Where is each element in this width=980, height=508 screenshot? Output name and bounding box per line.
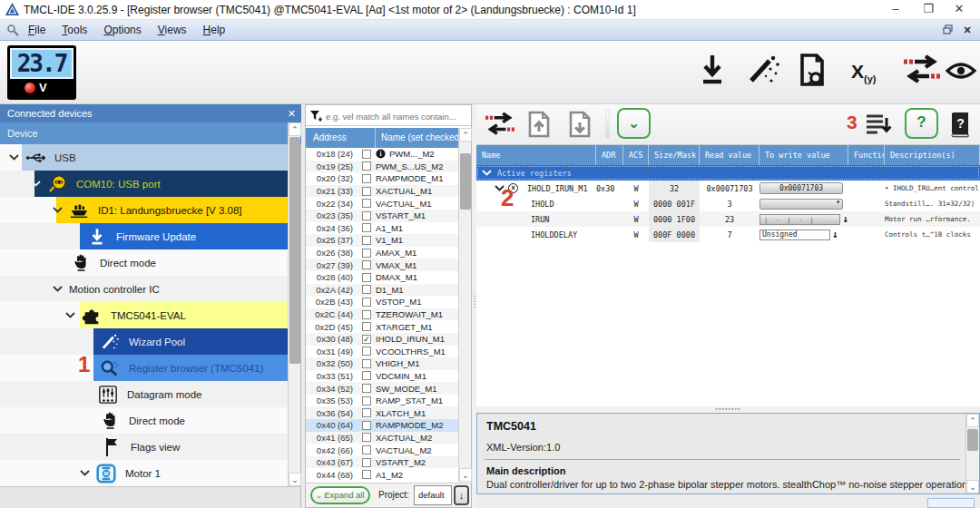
horizontal-splitter[interactable]: ▪▪▪▪▪▪▪▪ [476, 406, 980, 413]
register-checkbox[interactable] [362, 298, 371, 307]
chevron-down-icon[interactable] [31, 181, 42, 188]
register-list-row[interactable]: 0x36 (54)XLATCH_M1 [306, 406, 458, 419]
column-header-acs[interactable]: ACS [623, 145, 649, 165]
chevron-down-icon[interactable] [9, 154, 20, 161]
write-value-slider[interactable]: | · | · | [760, 214, 840, 225]
list-scrollbar[interactable]: ⌃ ⌄ [458, 128, 471, 482]
write-value-dropdown[interactable]: Unsigned [760, 230, 830, 240]
tree-item-com10-usb-port[interactable]: COM10: USB port [0, 171, 289, 197]
export-list-icon[interactable] [865, 112, 892, 136]
register-checkbox[interactable] [362, 421, 371, 430]
file-upload-icon[interactable] [526, 110, 552, 139]
register-checkbox[interactable] [362, 236, 371, 245]
register-list-row[interactable]: 0x2B (43)VSTOP_M1 [306, 296, 458, 308]
menu-item-help[interactable]: Help [203, 20, 226, 40]
register-checkbox[interactable] [362, 433, 371, 442]
tree-item-tmc5041-eval[interactable]: TMC5041-EVAL [0, 302, 289, 328]
scroll-down-icon[interactable]: ⌄ [289, 473, 301, 486]
tree-item-wizard-pool[interactable]: Wizard Pool [0, 328, 289, 355]
column-header-function[interactable]: Function [848, 145, 885, 165]
chevron-down-icon[interactable] [53, 207, 64, 214]
column-header-size-mask[interactable]: Size/Mask [649, 145, 700, 165]
register-list-row[interactable]: 0x33 (51)VDCMIN_M1 [306, 370, 458, 383]
register-checkbox[interactable] [362, 187, 371, 196]
eye-icon[interactable] [946, 61, 980, 101]
column-header-adr[interactable]: ADR [596, 145, 623, 165]
register-checkbox[interactable] [362, 223, 371, 232]
scroll-thumb[interactable] [289, 137, 300, 364]
tree-item-usb[interactable]: USB [0, 144, 289, 171]
register-list-row[interactable]: 0x31 (49)VCOOLTHRS_M1 [306, 346, 458, 358]
register-checkbox[interactable] [362, 396, 371, 405]
name-column-header[interactable]: Name (set checked for [375, 128, 466, 148]
menu-item-views[interactable]: Views [158, 20, 187, 40]
scroll-down-icon[interactable]: ⌄ [459, 468, 472, 482]
project-select[interactable]: default [414, 485, 452, 505]
register-detail-row-ihold[interactable]: IHOLDW0000 001F3Standstill…. 31=32/32) [476, 196, 980, 211]
write-value-button[interactable]: 0x00071703 [760, 182, 843, 194]
chevron-down-icon[interactable] [65, 312, 76, 319]
register-checkbox[interactable] [362, 161, 371, 171]
scroll-up-icon[interactable]: ⌃ [966, 414, 979, 427]
filter-input[interactable] [326, 108, 469, 124]
tree-scrollbar[interactable]: ⌃ ⌄ [288, 122, 300, 486]
column-header-description-s[interactable]: Description(s) [885, 145, 980, 165]
register-list-row[interactable]: 0x2D (45)XTARGET_M1 [306, 320, 458, 333]
register-checkbox[interactable] [362, 174, 371, 183]
register-list-row[interactable]: 0x35 (53)RAMP_STAT_M1 [306, 395, 458, 407]
register-list-row[interactable]: 0x19 (25)PWM_S...US_M2 [306, 161, 458, 173]
tree-item-motion-controller-ic[interactable]: Motion controller IC [0, 276, 289, 302]
chevron-down-icon[interactable] [482, 170, 492, 176]
mdi-restore-button[interactable] [938, 22, 956, 38]
address-column-header[interactable]: Address [313, 128, 347, 148]
document-bug-icon[interactable] [797, 52, 835, 92]
register-list-row[interactable]: 0x26 (38)AMAX_M1 [306, 247, 458, 259]
register-list-row[interactable]: 0x2A (42)D1_M1 [306, 284, 458, 297]
register-checkbox[interactable] [362, 260, 371, 269]
register-checkbox[interactable] [362, 347, 371, 356]
register-checkbox[interactable] [362, 408, 371, 417]
apply-writes-button[interactable]: ⌄ [617, 108, 651, 139]
register-list-row[interactable]: 0x34 (52)SW_MODE_M1 [306, 382, 458, 395]
wand-icon[interactable] [746, 52, 784, 92]
register-list-row[interactable]: 0x24 (36)A1_M1 [306, 222, 458, 235]
chevron-down-icon[interactable] [80, 470, 91, 477]
tree-item-id1-landungsbruecke-v-3-08[interactable]: ID1: Landungsbruecke [V 3.08] [0, 197, 289, 223]
expand-all-button[interactable]: ⌄ Expand all [310, 486, 370, 504]
handbook-icon[interactable]: ? [948, 111, 972, 138]
register-list-row[interactable]: 0x41 (65)XACTUAL_M2 [306, 432, 458, 444]
scroll-up-icon[interactable]: ⌃ [289, 122, 301, 136]
column-header-to-write-value[interactable]: To write value [760, 145, 848, 165]
register-checkbox[interactable] [362, 384, 371, 393]
register-checkbox[interactable] [362, 150, 371, 159]
register-list-row[interactable]: 0x2C (44)TZEROWAIT_M1 [306, 308, 458, 321]
tree-item-flags-view[interactable]: Flags view [0, 434, 289, 460]
register-checkbox[interactable] [362, 211, 371, 220]
menu-item-options[interactable]: Options [103, 20, 141, 40]
register-list-row[interactable]: 0x25 (37)V1_M1 [306, 234, 458, 247]
tree-item-datagram-mode[interactable]: Datagram mode [0, 381, 289, 407]
register-checkbox[interactable] [362, 445, 371, 454]
register-checkbox[interactable] [362, 249, 371, 258]
device-column-header[interactable]: Device [0, 122, 301, 144]
register-list-row[interactable]: 0x43 (67)VSTART_M2 [306, 456, 458, 469]
scroll-down-icon[interactable]: ⌄ [966, 480, 979, 493]
restore-button[interactable]: ❐ [913, 0, 944, 19]
register-list-row[interactable]: 0x30 (48)✓IHOLD_IRUN_M1 [306, 333, 458, 346]
tree-item-direct-mode[interactable]: Direct mode [0, 249, 289, 276]
register-list-row[interactable]: 0x28 (40)DMAX_M1 [306, 271, 458, 284]
menu-item-file[interactable]: File [28, 20, 45, 40]
register-checkbox[interactable] [362, 310, 371, 319]
register-checkbox[interactable] [362, 322, 371, 331]
register-detail-row-irun[interactable]: IRUNW0000 1F0023| · | · |↓Motor run …rfo… [476, 211, 980, 227]
tree-item-firmware-update[interactable]: Firmware Update [0, 223, 289, 249]
register-checkbox[interactable] [362, 371, 371, 380]
register-checkbox[interactable] [362, 285, 371, 294]
register-list-row[interactable]: 0x21 (33)XACTUAL_M1 [306, 185, 458, 198]
close-button[interactable]: ✕ [944, 0, 975, 19]
minimize-button[interactable]: – [880, 0, 911, 19]
register-checkbox[interactable] [362, 470, 371, 479]
panel-close-icon[interactable]: ✕ [288, 104, 296, 122]
xy-variable-icon[interactable]: X(y) [851, 61, 889, 101]
register-checkbox[interactable] [362, 458, 371, 467]
